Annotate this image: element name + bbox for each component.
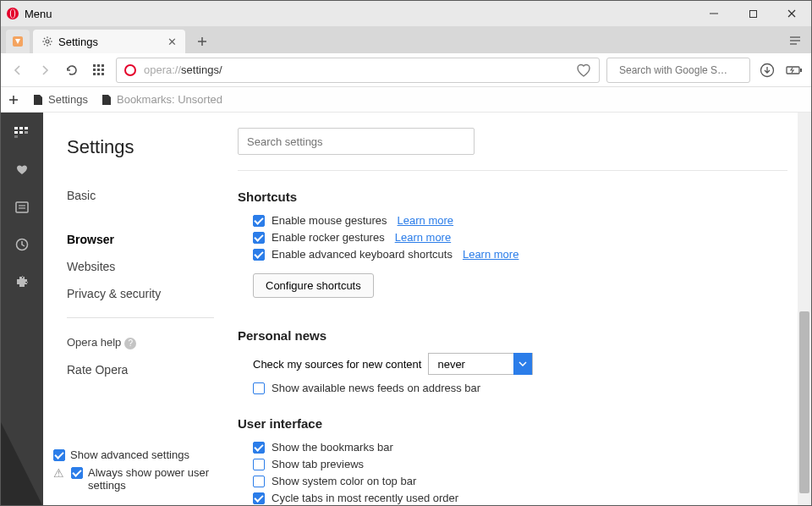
bookmark-item-settings[interactable]: Settings [33, 93, 88, 106]
titlebar-menu-label[interactable]: Menu [25, 8, 694, 20]
rail-speed-dial-icon[interactable] [14, 124, 30, 141]
rail-bookmarks-icon[interactable] [14, 162, 30, 179]
svg-rect-25 [93, 69, 96, 71]
learn-more-link[interactable]: Learn more [398, 214, 453, 227]
opt-cycle-tabs[interactable]: Cycle tabs in most recently used order [253, 492, 787, 504]
nav-help[interactable]: Opera help? [67, 328, 238, 356]
svg-point-31 [125, 65, 135, 75]
svg-rect-28 [93, 73, 96, 75]
svg-rect-27 [102, 69, 104, 71]
svg-rect-42 [25, 131, 28, 134]
search-input[interactable] [619, 64, 746, 76]
rail-history-icon[interactable] [14, 236, 30, 253]
power-user-toggle[interactable]: ⚠ Always show power user settings [53, 466, 228, 492]
scrollbar-track[interactable] [798, 113, 811, 506]
check-sources-select[interactable]: never [428, 353, 533, 375]
url-box[interactable]: opera://settings/ [116, 58, 600, 83]
speed-dial-button[interactable] [89, 60, 109, 80]
side-rail [1, 113, 43, 506]
nav-rate[interactable]: Rate Opera [67, 356, 238, 383]
checkbox-icon[interactable] [253, 442, 265, 454]
rail-decoration [1, 422, 43, 506]
tab-settings[interactable]: Settings ✕ [33, 30, 185, 53]
svg-line-16 [50, 38, 51, 39]
tab-close-icon[interactable]: ✕ [167, 36, 177, 48]
power-user-label: Always show power user settings [88, 466, 228, 492]
maximize-button[interactable] [733, 1, 772, 26]
show-advanced-label: Show advanced settings [70, 448, 189, 461]
opt-label: Enable rocker gestures [272, 231, 385, 244]
tab-label: Settings [58, 36, 98, 48]
close-button[interactable] [772, 1, 811, 26]
check-sources-label: Check my sources for new content [253, 358, 421, 371]
opt-rocker-gestures[interactable]: Enable rocker gestures Learn more [253, 231, 787, 244]
opt-system-color[interactable]: Show system color on top bar [253, 475, 787, 487]
svg-rect-34 [800, 69, 802, 72]
svg-rect-38 [19, 127, 23, 129]
warning-icon: ⚠ [53, 466, 64, 480]
opt-label: Cycle tabs in most recently used order [272, 492, 458, 504]
page-icon [33, 94, 43, 106]
checkbox-icon[interactable] [253, 476, 265, 487]
search-box[interactable] [606, 58, 750, 83]
opt-label: Show system color on top bar [272, 475, 416, 487]
opt-keyboard-shortcuts[interactable]: Enable advanced keyboard shortcuts Learn… [253, 248, 787, 261]
learn-more-link[interactable]: Learn more [463, 248, 518, 261]
rail-extensions-icon[interactable] [14, 273, 30, 290]
nav-websites[interactable]: Websites [67, 253, 238, 280]
svg-rect-39 [25, 127, 28, 129]
section-news-title: Personal news [238, 328, 787, 343]
url-path: settings/ [181, 63, 222, 76]
opt-label: Show tab previews [272, 458, 364, 470]
opt-news-feeds[interactable]: Show available news feeds on address bar [253, 382, 787, 394]
heart-icon[interactable] [575, 62, 592, 79]
svg-point-2 [11, 9, 14, 18]
forward-button[interactable] [35, 60, 55, 80]
svg-rect-22 [93, 64, 96, 67]
nav-privacy[interactable]: Privacy & security [67, 280, 238, 307]
new-tab-button[interactable] [190, 30, 214, 53]
search-settings-input[interactable] [238, 128, 475, 155]
opera-logo-icon [6, 7, 19, 20]
nav-browser[interactable]: Browser [67, 226, 238, 253]
page-icon [102, 94, 112, 106]
window-titlebar: Menu [1, 1, 811, 26]
checkbox-icon[interactable] [253, 232, 265, 244]
opt-label: Show available news feeds on address bar [272, 382, 480, 394]
chevron-down-icon[interactable] [513, 353, 532, 375]
pinned-tab[interactable] [6, 30, 30, 53]
configure-shortcuts-button[interactable]: Configure shortcuts [253, 273, 374, 298]
settings-nav: Settings Basic Browser Websites Privacy … [43, 113, 238, 506]
svg-rect-43 [14, 135, 18, 138]
address-bar: opera://settings/ [1, 53, 811, 87]
main-area: Settings Basic Browser Websites Privacy … [1, 113, 811, 506]
checkbox-icon[interactable] [253, 215, 265, 227]
show-advanced-toggle[interactable]: Show advanced settings [53, 448, 228, 461]
opt-bookmarks-bar[interactable]: Show the bookmarks bar [253, 441, 787, 454]
rail-news-icon[interactable] [14, 199, 30, 216]
svg-rect-24 [102, 64, 104, 67]
checkbox-icon[interactable] [253, 492, 265, 504]
minimize-button[interactable] [694, 1, 733, 26]
battery-icon[interactable] [784, 60, 804, 80]
add-bookmark-button[interactable] [8, 94, 19, 106]
checkbox-icon[interactable] [253, 459, 265, 470]
bookmark-item-unsorted[interactable]: Bookmarks: Unsorted [102, 93, 222, 106]
downloads-button[interactable] [757, 60, 777, 80]
learn-more-link[interactable]: Learn more [395, 231, 451, 244]
back-button[interactable] [8, 60, 28, 80]
tab-menu-button[interactable] [782, 28, 808, 53]
checkbox-icon[interactable] [253, 382, 265, 394]
nav-basic[interactable]: Basic [67, 182, 238, 209]
scrollbar-thumb[interactable] [799, 311, 809, 493]
svg-rect-4 [749, 10, 756, 17]
bookmark-label: Bookmarks: Unsorted [117, 93, 222, 106]
tab-strip: Settings ✕ [1, 26, 811, 53]
checkbox-icon[interactable] [253, 249, 265, 261]
opt-mouse-gestures[interactable]: Enable mouse gestures Learn more [253, 214, 787, 227]
svg-rect-40 [14, 131, 18, 134]
opt-tab-previews[interactable]: Show tab previews [253, 458, 787, 470]
checkbox-icon[interactable] [71, 467, 83, 479]
reload-button[interactable] [62, 60, 82, 80]
checkbox-icon[interactable] [53, 449, 65, 461]
